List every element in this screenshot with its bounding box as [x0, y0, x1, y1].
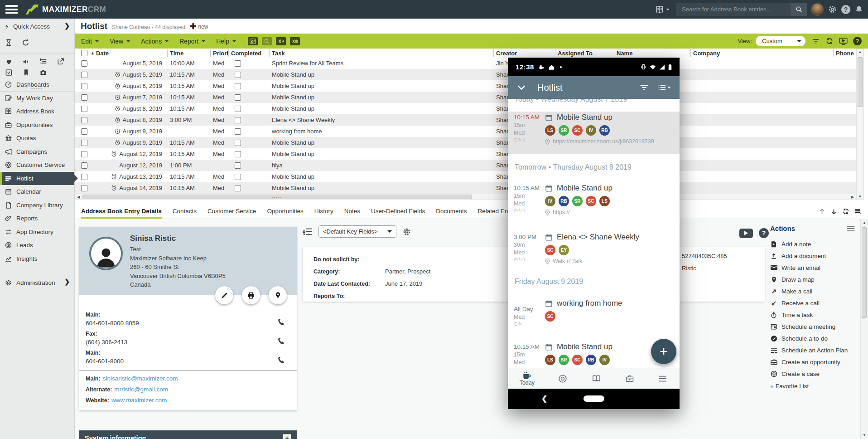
completed-checkbox[interactable] [235, 140, 241, 146]
sidebar-item-opportunities[interactable]: Opportunities [0, 118, 74, 132]
sidebar-item-insights[interactable]: Insights [0, 252, 74, 266]
phone-nav-opportunities[interactable] [625, 374, 635, 383]
sidebar-item-administration[interactable]: Administration [0, 276, 74, 289]
row-checkbox[interactable] [81, 185, 87, 191]
column-header-date[interactable]: ▲Date [88, 49, 168, 57]
sidebar-item-hotlist[interactable]: Hotlist [0, 172, 74, 185]
attendee-avatar[interactable]: SC [545, 245, 555, 255]
arrow-up-icon[interactable] [819, 208, 825, 215]
detail-tab[interactable]: User-Defined Fields [371, 208, 425, 219]
scrollbar-thumb[interactable] [862, 227, 867, 318]
table-row[interactable]: August 5, 2019 10:00 AM Med Sprint Revie… [75, 58, 856, 69]
menu-edit[interactable]: Edit [81, 38, 99, 45]
export-excel-icon[interactable] [276, 37, 286, 45]
column-header-name[interactable]: Name [614, 49, 691, 57]
phone-add-button[interactable]: + [651, 339, 676, 364]
action-make-call[interactable]: ↗ Make a call [770, 285, 855, 297]
attendee-avatar[interactable]: SC [572, 125, 583, 136]
menu-help[interactable]: Help [216, 38, 236, 45]
horizontal-scrollbar[interactable]: ◀ ••••• ▶ [75, 194, 856, 200]
table-row[interactable]: August 13, 2019 10:15 AM Med Mobile Stan… [75, 171, 856, 182]
action-schedule-meeting[interactable]: Schedule a meeting [770, 321, 855, 332]
module-switcher-button[interactable] [655, 5, 670, 14]
table-row[interactable]: August 8, 2019 3:00 PM Med Elena <> Shan… [75, 114, 856, 126]
attendee-avatar[interactable]: LS [545, 125, 555, 136]
column-header-task[interactable]: Task [270, 49, 494, 57]
arrow-down-icon[interactable] [830, 208, 837, 215]
sidebar-item-campaigns[interactable]: Campaigns [0, 145, 74, 159]
completed-checkbox[interactable] [235, 185, 241, 191]
favorite-list-link[interactable]: + Favorite List [770, 383, 855, 390]
phone-hotlist-item[interactable]: 10:15 AM 15m Med ◷↻▯ Mobile Stand up IVR… [508, 182, 680, 224]
toolbar-help-icon[interactable]: ? [853, 37, 862, 45]
completed-checkbox[interactable] [235, 117, 241, 123]
column-header-assigned-to[interactable]: Assigned To [555, 49, 614, 57]
attendee-avatar[interactable]: RB [559, 196, 569, 206]
detail-tab[interactable]: Opportunities [267, 208, 303, 219]
detail-tab[interactable]: Customer Service [207, 208, 256, 219]
row-checkbox[interactable] [81, 128, 87, 135]
row-checkbox[interactable] [81, 83, 87, 89]
android-home-pill[interactable] [583, 395, 604, 402]
edit-contact-button[interactable] [215, 286, 233, 304]
scroll-left-icon[interactable]: ◀ [75, 195, 82, 199]
completed-checkbox[interactable] [235, 174, 241, 180]
global-search-icon[interactable] [262, 37, 272, 45]
action-time-task[interactable]: Time a task [770, 309, 855, 321]
select-all-checkbox[interactable] [81, 50, 87, 56]
phone-nav-today[interactable]: Today [520, 371, 535, 386]
menu-actions[interactable]: Actions [141, 38, 169, 45]
expand-plus-icon[interactable]: + [283, 434, 291, 439]
sidebar-item-reports[interactable]: Reports [0, 212, 74, 225]
filter-icon[interactable] [640, 84, 649, 91]
detail-tab[interactable]: Documents [436, 208, 467, 219]
item-location[interactable]: Walk n' Talk [553, 258, 583, 264]
video-tutorial-icon[interactable] [839, 38, 848, 45]
view-select[interactable]: Custom [756, 36, 805, 46]
action-create-case[interactable]: Create a case [770, 368, 855, 380]
column-header-priority[interactable]: Priority [211, 49, 229, 57]
sidebar-item-customer-service[interactable]: Customer Service [0, 158, 74, 172]
menu-report[interactable]: Report [179, 38, 205, 45]
attendee-avatar[interactable]: SR [559, 355, 569, 365]
detail-tab[interactable]: Contacts [173, 208, 197, 219]
help-icon[interactable]: ? [841, 5, 850, 14]
attendee-avatar[interactable]: IV [586, 125, 596, 136]
column-setup-icon[interactable] [39, 58, 48, 66]
recurring-icon[interactable] [21, 38, 30, 47]
table-row[interactable]: August 12, 2019 1:00 PM hiya Shane Cottr… [75, 160, 856, 171]
attendee-avatar[interactable]: SC [586, 196, 596, 206]
call-icon[interactable] [277, 317, 285, 326]
scroll-down-icon[interactable]: ▼ [861, 433, 868, 437]
administration-expand-chevron[interactable]: ❯ [64, 278, 70, 285]
completed-checkbox[interactable] [235, 60, 241, 67]
contact-avatar[interactable] [89, 237, 123, 270]
attendee-avatar[interactable]: RB [586, 355, 596, 365]
phone-nav-leads[interactable] [558, 374, 568, 384]
completed-checkbox[interactable] [235, 151, 241, 157]
email-link[interactable]: mrristic@gmail.com [114, 386, 168, 393]
column-header-time[interactable]: Time [168, 49, 211, 57]
row-checkbox[interactable] [81, 151, 87, 157]
action-add-note[interactable]: Add a note [770, 238, 855, 250]
new-button[interactable]: ✚ new [190, 24, 208, 30]
attendee-avatar[interactable]: RB [599, 125, 610, 136]
column-header-company[interactable]: Company [691, 49, 834, 57]
attendee-avatar[interactable]: SC [572, 355, 583, 365]
refresh-icon[interactable] [842, 208, 849, 215]
row-checkbox[interactable] [81, 94, 87, 101]
sidebar-item-calendar[interactable]: Calendar [0, 185, 74, 199]
action-write-email[interactable]: Write an email [770, 262, 855, 273]
completed-checkbox[interactable] [235, 162, 241, 169]
completed-checkbox[interactable] [235, 106, 241, 112]
detail-scrollbar[interactable]: ▲ ▼ [860, 219, 868, 439]
scroll-up-icon[interactable]: ▲ [858, 50, 862, 54]
table-row[interactable]: August 14, 2019 10:15 AM Med Mobile Stan… [75, 182, 856, 194]
attendee-avatar[interactable]: IV [545, 196, 555, 206]
settings-gear-icon[interactable] [828, 5, 837, 14]
key-fields-settings-icon[interactable] [402, 227, 411, 236]
email-link[interactable]: sinisaristic@maximizer.com [103, 375, 178, 382]
table-row[interactable]: August 9, 2019 Med working from home Sha… [75, 126, 856, 137]
completed-checkbox[interactable] [235, 128, 241, 135]
menu-view[interactable]: View [110, 38, 130, 45]
